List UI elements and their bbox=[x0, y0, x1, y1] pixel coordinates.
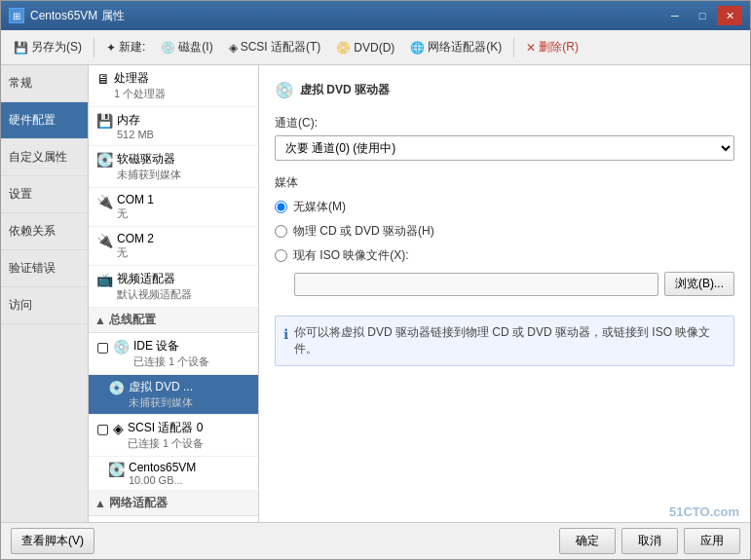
device-centos-disk[interactable]: 💽 Centos65VM 10.00 GB... bbox=[89, 457, 258, 491]
bottom-right-buttons: 确定 取消 应用 bbox=[559, 528, 740, 554]
media-label: 媒体 bbox=[275, 174, 734, 191]
minimize-button[interactable]: ─ bbox=[662, 6, 688, 25]
radio-iso-input[interactable] bbox=[275, 249, 287, 262]
channel-label: 通道(C): bbox=[275, 115, 734, 131]
section-bus: ▲ 总线配置 bbox=[89, 308, 258, 333]
titlebar: Centos65VM 属性 ─ □ ✕ bbox=[1, 1, 750, 30]
media-group: 媒体 无媒体(M) 物理 CD 或 DVD 驱动器(H) 现有 ISO 映像文件… bbox=[275, 174, 734, 296]
save-as-button[interactable]: 💾 另存为(S) bbox=[7, 35, 89, 59]
view-script-button[interactable]: 查看脚本(V) bbox=[11, 528, 94, 554]
delete-icon: ✕ bbox=[526, 41, 536, 55]
radio-iso[interactable]: 现有 ISO 映像文件(X): bbox=[275, 247, 734, 264]
device-processor[interactable]: 🖥 处理器 1 个处理器 bbox=[89, 65, 258, 107]
sidebar-item-general[interactable]: 常规 bbox=[1, 65, 88, 102]
device-list: 🖥 处理器 1 个处理器 💾 内存 512 MB 💽 bbox=[89, 65, 258, 522]
info-icon: ℹ bbox=[283, 325, 288, 345]
disk-text: Centos65VM 10.00 GB... bbox=[129, 461, 196, 486]
dvd-icon: 📀 bbox=[336, 41, 351, 55]
new-icon: ✦ bbox=[106, 41, 116, 55]
titlebar-left: Centos65VM 属性 bbox=[9, 8, 125, 24]
virtual-dvd-icon: 💿 bbox=[108, 380, 125, 395]
com1-text: COM 1 无 bbox=[117, 193, 154, 221]
ide-icon: 💿 bbox=[113, 339, 130, 355]
section-network: ▲ 网络适配器 bbox=[89, 491, 258, 516]
virtual-dvd-text: 虚拟 DVD ... 未捕获到媒体 bbox=[129, 379, 193, 410]
network-icon: 🌐 bbox=[410, 41, 425, 55]
ide-text: IDE 设备 已连接 1 个设备 bbox=[133, 338, 209, 369]
channel-select[interactable]: 次要 通道(0) (使用中) bbox=[275, 135, 734, 161]
confirm-button[interactable]: 确定 bbox=[559, 528, 616, 554]
scsi-icon: ◈ bbox=[113, 421, 124, 436]
scsi-icon: ◈ bbox=[229, 41, 238, 55]
scsi-text: SCSI 适配器 0 已连接 1 个设备 bbox=[128, 420, 204, 451]
close-button[interactable]: ✕ bbox=[717, 6, 742, 25]
disk-drive-icon: 💽 bbox=[108, 462, 125, 477]
content-area: 💿 虚拟 DVD 驱动器 通道(C): 次要 通道(0) (使用中) 媒体 无媒… bbox=[259, 65, 750, 522]
dvd-button[interactable]: 📀 DVD(D) bbox=[329, 37, 401, 58]
disk-icon: 💿 bbox=[161, 41, 175, 55]
maximize-button[interactable]: □ bbox=[690, 6, 715, 25]
dvd-drive-icon: 💿 bbox=[275, 81, 294, 99]
video-text: 视频适配器 默认视频适配器 bbox=[117, 271, 192, 302]
separator-2 bbox=[513, 38, 514, 57]
floppy-icon: 💽 bbox=[96, 152, 113, 168]
device-virtual-dvd[interactable]: 💿 虚拟 DVD ... 未捕获到媒体 bbox=[89, 375, 258, 415]
sidebar: 常规 硬件配置 自定义属性 设置 依赖关系 验证错误 访问 bbox=[1, 65, 89, 522]
file-row: 浏览(B)... bbox=[294, 272, 734, 296]
window-icon bbox=[9, 8, 24, 23]
sidebar-item-access[interactable]: 访问 bbox=[1, 287, 88, 324]
sidebar-item-custom[interactable]: 自定义属性 bbox=[1, 139, 88, 176]
device-video[interactable]: 📺 视频适配器 默认视频适配器 bbox=[89, 266, 258, 308]
device-com1[interactable]: 🔌 COM 1 无 bbox=[89, 188, 258, 227]
sidebar-item-verify[interactable]: 验证错误 bbox=[1, 250, 88, 287]
device-ide[interactable]: ▢ 💿 IDE 设备 已连接 1 个设备 bbox=[89, 333, 258, 375]
browse-button[interactable]: 浏览(B)... bbox=[664, 272, 734, 296]
bus-collapse-icon[interactable]: ▲ bbox=[94, 314, 106, 327]
apply-button[interactable]: 应用 bbox=[684, 528, 740, 554]
com2-icon: 🔌 bbox=[96, 233, 113, 248]
save-icon: 💾 bbox=[14, 41, 28, 55]
device-panel: 🖥 处理器 1 个处理器 💾 内存 512 MB 💽 bbox=[89, 65, 259, 522]
new-button[interactable]: ✦ 新建: bbox=[99, 35, 152, 59]
main-window: Centos65VM 属性 ─ □ ✕ 💾 另存为(S) ✦ 新建: 💿 磁盘(… bbox=[0, 0, 751, 560]
window-title: Centos65VM 属性 bbox=[30, 8, 125, 24]
processor-text: 处理器 1 个处理器 bbox=[114, 70, 166, 101]
processor-icon: 🖥 bbox=[96, 71, 110, 87]
bottom-bar: 查看脚本(V) 确定 取消 应用 bbox=[1, 522, 750, 559]
com1-icon: 🔌 bbox=[96, 194, 113, 209]
floppy-text: 软磁驱动器 未捕获到媒体 bbox=[117, 151, 181, 182]
cancel-button[interactable]: 取消 bbox=[621, 528, 678, 554]
radio-physical[interactable]: 物理 CD 或 DVD 驱动器(H) bbox=[275, 223, 734, 240]
separator-1 bbox=[94, 38, 94, 57]
video-icon: 📺 bbox=[96, 272, 113, 287]
scsi-expand-icon: ▢ bbox=[96, 421, 109, 436]
content-title: 💿 虚拟 DVD 驱动器 bbox=[275, 81, 734, 99]
channel-group: 通道(C): 次要 通道(0) (使用中) bbox=[275, 115, 734, 161]
disk-button[interactable]: 💿 磁盘(I) bbox=[154, 35, 219, 59]
memory-text: 内存 512 MB bbox=[117, 112, 154, 140]
ide-expand-icon: ▢ bbox=[96, 339, 109, 355]
titlebar-controls: ─ □ ✕ bbox=[662, 6, 742, 25]
iso-path-input[interactable] bbox=[294, 273, 658, 296]
network-button[interactable]: 🌐 网络适配器(K) bbox=[403, 35, 508, 59]
radio-physical-input[interactable] bbox=[275, 225, 287, 238]
scsi-button[interactable]: ◈ SCSI 适配器(T) bbox=[222, 35, 328, 59]
watermark: 51CTO.com bbox=[669, 504, 739, 519]
device-floppy[interactable]: 💽 软磁驱动器 未捕获到媒体 bbox=[89, 146, 258, 188]
delete-button[interactable]: ✕ 删除(R) bbox=[519, 35, 585, 59]
memory-icon: 💾 bbox=[96, 113, 113, 129]
radio-no-media-input[interactable] bbox=[275, 201, 287, 213]
sidebar-item-settings[interactable]: 设置 bbox=[1, 176, 88, 213]
info-bar: ℹ 你可以将虚拟 DVD 驱动器链接到物理 CD 或 DVD 驱动器，或链接到 … bbox=[275, 316, 734, 366]
network-collapse-icon[interactable]: ▲ bbox=[94, 497, 106, 510]
com2-text: COM 2 无 bbox=[117, 232, 154, 260]
device-scsi[interactable]: ▢ ◈ SCSI 适配器 0 已连接 1 个设备 bbox=[89, 415, 258, 457]
sidebar-item-dependencies[interactable]: 依赖关系 bbox=[1, 213, 88, 250]
sidebar-item-hardware[interactable]: 硬件配置 bbox=[1, 102, 88, 139]
main-content: 常规 硬件配置 自定义属性 设置 依赖关系 验证错误 访问 🖥 处理器 1 个处… bbox=[1, 65, 750, 522]
device-com2[interactable]: 🔌 COM 2 无 bbox=[89, 227, 258, 266]
radio-no-media[interactable]: 无媒体(M) bbox=[275, 199, 734, 215]
device-memory[interactable]: 💾 内存 512 MB bbox=[89, 107, 258, 146]
toolbar: 💾 另存为(S) ✦ 新建: 💿 磁盘(I) ◈ SCSI 适配器(T) 📀 D… bbox=[1, 30, 750, 65]
